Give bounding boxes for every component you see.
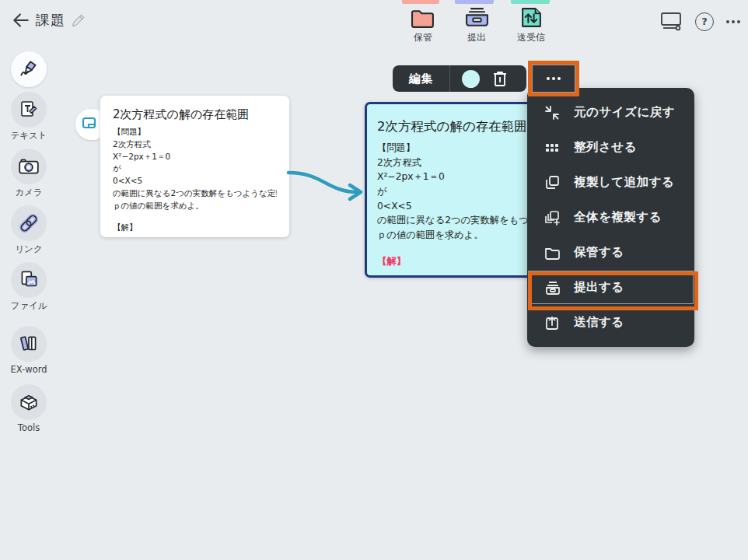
note-card-source[interactable]: 2次方程式の解の存在範囲 【問題】 2次方程式 X²−2px＋1＝0 が 0<X…: [100, 96, 289, 237]
arrange-grid-icon: [544, 139, 561, 156]
context-menu: 元のサイズに戻す 整列させる 複製して追加する 全体を複製する: [527, 88, 694, 347]
folder-icon: [409, 5, 438, 30]
sidebar-label-file: ファイル: [10, 300, 47, 312]
menu-item-restore-size[interactable]: 元のサイズに戻す: [527, 95, 694, 130]
store-tab-bar: [402, 0, 439, 4]
sidebar-label-exword: EX-word: [11, 364, 47, 375]
note-line: ｐの値の範囲を求めよ。: [113, 200, 277, 212]
menu-item-submit[interactable]: 提出する: [527, 270, 694, 305]
store-action-label: 保管: [414, 31, 432, 44]
sidebar-item-pen[interactable]: [0, 51, 58, 87]
submit-action-label: 提出: [467, 31, 486, 44]
sidebar-label-tools: Tools: [18, 422, 40, 433]
card-duplicate-icon: [81, 116, 100, 133]
trash-icon: [491, 69, 509, 88]
toolbar-divider: [449, 65, 450, 92]
sidebar-item-camera[interactable]: カメラ: [0, 149, 58, 198]
app-window: 課題 保管 提出 送受信 ?: [0, 0, 748, 560]
note-title: 2次方程式の解の存在範囲: [113, 107, 277, 122]
pen-tool-icon: [17, 58, 40, 81]
note-line: の範囲に異なる2つの実数解をもつような定数: [113, 187, 277, 200]
menu-item-duplicate-add[interactable]: 複製して追加する: [527, 165, 694, 200]
camera-icon: [17, 155, 40, 178]
duplicate-all-icon: [544, 209, 561, 226]
submit-tab-bar: [455, 0, 494, 4]
tools-cube-icon: [17, 390, 40, 414]
more-options-button[interactable]: [528, 61, 579, 96]
help-icon[interactable]: ?: [695, 12, 714, 31]
help-glyph: ?: [701, 16, 708, 27]
note-line: が: [113, 163, 277, 175]
menu-item-store[interactable]: 保管する: [527, 235, 694, 270]
submit-tray-icon: [544, 279, 561, 296]
restore-size-icon: [544, 104, 561, 121]
link-icon: [17, 212, 40, 235]
file-icon: [17, 268, 40, 292]
connector-arrow: [286, 165, 369, 202]
sidebar-label-text: テキスト: [10, 130, 47, 142]
sidebar-label-link: リンク: [15, 243, 42, 255]
menu-item-arrange[interactable]: 整列させる: [527, 130, 694, 165]
tray-icon: [463, 5, 491, 30]
folder-outline-icon: [544, 244, 561, 261]
note-line: 0<X<5: [113, 175, 277, 187]
back-button[interactable]: [9, 9, 33, 33]
more-dots-icon: [547, 70, 561, 87]
sendreceive-tab-bar: [511, 0, 550, 4]
sidebar-item-exword[interactable]: EX-word: [0, 326, 58, 375]
sendreceive-action-button[interactable]: 送受信: [504, 5, 558, 44]
store-action-button[interactable]: 保管: [396, 5, 450, 44]
note-line: X²−2px＋1＝0: [113, 151, 277, 163]
submit-action-button[interactable]: 提出: [449, 5, 504, 44]
sidebar-label-camera: カメラ: [15, 187, 42, 198]
text-icon: [18, 99, 40, 121]
sidebar-item-text[interactable]: テキスト: [0, 92, 58, 142]
edit-title-icon[interactable]: [70, 12, 87, 29]
sidebar-item-file[interactable]: ファイル: [0, 262, 58, 312]
send-upload-icon: [544, 314, 561, 331]
note-line: 2次方程式: [113, 138, 277, 151]
selection-toolbar: 編集: [393, 65, 526, 92]
send-receive-icon: [517, 5, 546, 30]
header-more-icon[interactable]: [726, 13, 740, 30]
sidebar-item-tools[interactable]: Tools: [0, 384, 58, 433]
menu-item-send[interactable]: 送信する: [527, 305, 694, 340]
duplicate-icon: [544, 174, 561, 191]
exword-books-icon: [17, 332, 40, 355]
screen-share-icon[interactable]: [659, 11, 683, 32]
back-arrow-icon: [11, 10, 31, 30]
note-line: 【問題】: [113, 126, 277, 138]
menu-item-duplicate-all[interactable]: 全体を複製する: [527, 200, 694, 235]
sidebar-item-link[interactable]: リンク: [0, 205, 58, 255]
delete-button[interactable]: [491, 69, 509, 88]
sendreceive-action-label: 送受信: [517, 31, 545, 44]
color-swatch-button[interactable]: [462, 70, 480, 88]
page-title: 課題: [36, 11, 65, 30]
edit-button[interactable]: 編集: [393, 72, 449, 86]
note-answer-label: 【解】: [113, 222, 277, 233]
